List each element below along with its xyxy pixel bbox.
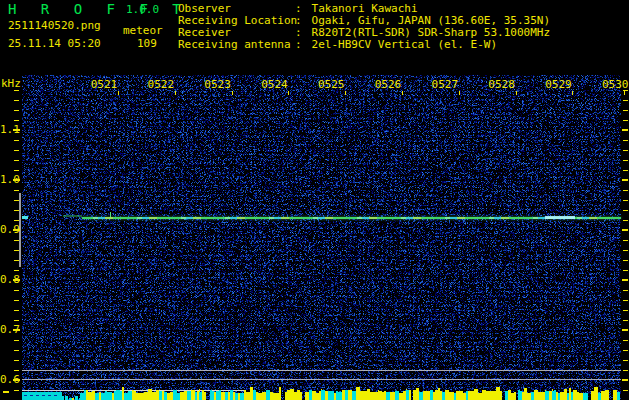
- y-axis-unit-label: kHz: [1, 78, 21, 90]
- y-axis-major-tick: [13, 229, 20, 231]
- echo-count: 109: [137, 38, 157, 50]
- y-axis-label: 0.9: [0, 224, 14, 236]
- y-axis-minor-tick: [14, 360, 19, 361]
- y-axis-minor-tick: [14, 160, 19, 161]
- y-axis-minor-tick: [14, 390, 19, 391]
- y-axis-minor-tick-right: [623, 320, 628, 321]
- spectrogram-noise: [22, 75, 621, 400]
- y-axis-minor-tick-right: [623, 200, 628, 201]
- right-axis-margin: [621, 75, 629, 400]
- y-axis-minor-tick: [14, 190, 19, 191]
- level-reference-line-lower: [22, 379, 621, 380]
- y-axis-minor-tick-right: [623, 160, 628, 161]
- y-axis-minor-tick-right: [623, 340, 628, 341]
- y-axis-minor-tick-right: [623, 220, 628, 221]
- x-axis-tick: [175, 91, 176, 95]
- y-axis-major-tick-right: [622, 279, 628, 281]
- y-axis-major-tick-right: [622, 229, 628, 231]
- level-bar: [204, 392, 206, 400]
- y-axis-minor-tick-right: [623, 310, 628, 311]
- carrier-signal-line: [82, 217, 621, 219]
- x-axis-time-label: 0523: [203, 79, 233, 91]
- strip-bump: [75, 396, 78, 400]
- y-axis-major-tick-right: [622, 379, 628, 381]
- x-axis-tick: [572, 91, 573, 95]
- y-axis-major-tick-right: [622, 129, 628, 131]
- x-axis-time-label: 0528: [487, 79, 517, 91]
- carrier-signal-spike: [110, 212, 111, 217]
- y-axis-minor-tick: [14, 120, 19, 121]
- y-axis-major-tick: [13, 279, 20, 281]
- mode-label: meteor: [123, 25, 163, 37]
- y-axis-minor-tick: [14, 270, 19, 271]
- y-axis-minor-tick-right: [623, 300, 628, 301]
- app-title: H R O F F T: [8, 2, 189, 16]
- y-axis-minor-tick: [14, 340, 19, 341]
- y-axis-minor-tick-right: [623, 150, 628, 151]
- y-axis-minor-tick: [14, 220, 19, 221]
- strip-bump: [65, 396, 68, 400]
- level-bar: [514, 392, 516, 400]
- y-axis-label: 1.1: [0, 124, 14, 136]
- y-axis-minor-tick: [14, 250, 19, 251]
- y-axis-minor-tick-right: [623, 190, 628, 191]
- y-axis-major-tick: [13, 329, 20, 331]
- y-axis-major-tick: [13, 379, 20, 381]
- strip-cyan-block: [22, 392, 62, 400]
- y-axis-minor-tick: [14, 150, 19, 151]
- y-axis-minor-tick: [14, 140, 19, 141]
- x-axis-tick: [516, 91, 517, 95]
- y-axis-minor-tick-right: [623, 100, 628, 101]
- y-axis-minor-tick-right: [623, 260, 628, 261]
- capture-datetime: 25.11.14 05:20: [8, 38, 101, 50]
- y-axis-minor-tick-right: [623, 270, 628, 271]
- y-axis-label: 0.7: [0, 324, 14, 336]
- y-axis-minor-tick: [14, 350, 19, 351]
- level-bar: [617, 392, 620, 400]
- x-axis-tick: [459, 91, 460, 95]
- carrier-signal-faint-segment: [63, 215, 82, 217]
- level-bar: [605, 390, 609, 400]
- y-axis-minor-tick-right: [623, 210, 628, 211]
- y-axis-label: 1.0: [0, 174, 14, 186]
- station-info: Observer: Takanori KawachiReceiving Loca…: [178, 3, 550, 51]
- y-axis-minor-tick-right: [623, 110, 628, 111]
- x-axis-tick: [402, 91, 403, 95]
- y-axis-minor-tick: [14, 370, 19, 371]
- level-bar: [500, 391, 502, 400]
- y-axis-label: 0.8: [0, 274, 14, 286]
- y-axis-major-tick: [13, 179, 20, 181]
- y-axis-minor-tick-right: [623, 390, 628, 391]
- x-axis-tick: [288, 91, 289, 95]
- y-axis-major-tick-right: [622, 329, 628, 331]
- y-axis-minor-tick-right: [623, 170, 628, 171]
- y-axis-minor-tick-right: [623, 120, 628, 121]
- x-axis-time-label: 0525: [316, 79, 346, 91]
- level-bar: [300, 392, 302, 400]
- y-axis-minor-tick: [14, 110, 19, 111]
- y-axis-minor-tick: [14, 300, 19, 301]
- strip-bump: [62, 396, 64, 400]
- station-row-separator: :: [295, 39, 305, 51]
- y-axis-minor-tick: [14, 310, 19, 311]
- station-row-label: Receiving antenna: [178, 39, 295, 51]
- level-bar: [586, 393, 588, 400]
- carrier-edge-dash: [22, 216, 28, 219]
- y-axis-minor-tick: [14, 90, 19, 91]
- y-axis-minor-tick: [14, 200, 19, 201]
- y-axis-minor-tick: [14, 260, 19, 261]
- y-axis-minor-tick-right: [623, 360, 628, 361]
- y-axis-minor-tick: [14, 210, 19, 211]
- carrier-signal-bright-segment: [545, 216, 575, 219]
- x-axis-tick: [118, 91, 119, 95]
- y-axis-minor-tick: [14, 240, 19, 241]
- x-axis-tick: [232, 91, 233, 95]
- y-axis-minor-tick-right: [623, 370, 628, 371]
- y-axis-minor-tick-right: [623, 250, 628, 251]
- capture-filename: 2511140520.png: [8, 20, 101, 32]
- signal-level-strip: [22, 385, 621, 400]
- hrofft-window: H R O F F T 1.0.0 2511140520.png meteor …: [0, 0, 629, 400]
- level-reference-line-upper: [22, 370, 621, 371]
- station-row-value: 2el-HB9CV Vertical (el. E-W): [305, 38, 497, 51]
- x-axis-tick: [345, 91, 346, 95]
